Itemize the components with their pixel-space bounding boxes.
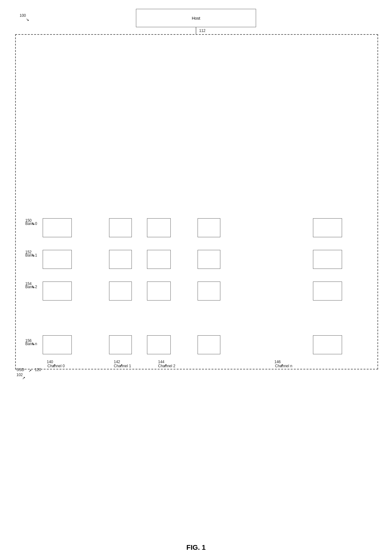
ref-120: 120 — [35, 368, 41, 372]
bank1-ch0 — [43, 250, 72, 269]
host-box: Host — [136, 9, 256, 27]
bank1-ch2 — [147, 250, 171, 269]
bank0-ch0 — [43, 218, 72, 237]
ch0-label: Channel 0 — [47, 364, 65, 368]
ref-156-lbl: 156 — [25, 338, 32, 343]
bank1-ch1 — [109, 250, 132, 269]
bank0-ch1 — [109, 218, 132, 237]
chn-label: Channel n — [275, 364, 292, 368]
figure-title: FIG. 1 — [0, 543, 392, 552]
bank0-ch2b — [198, 218, 220, 237]
bank2-ch2b — [198, 282, 220, 301]
diagram: . . . . . . . . . . : : : : : : . . . . … — [0, 0, 392, 558]
bank0-chn — [313, 218, 342, 237]
ref-154-lbl: 154 — [25, 282, 32, 286]
ref-112: 112 — [199, 28, 205, 33]
bank1-ch2b — [198, 250, 220, 269]
host-label: Host — [192, 16, 200, 21]
ref-100-arrow: ↘ — [26, 17, 29, 22]
bank2-ch0 — [43, 282, 72, 301]
ssd-label: SSD — [16, 368, 24, 372]
bankn-ch0 — [43, 335, 72, 354]
ref-150-inner: 150 — [25, 218, 32, 223]
ref-100-label: 100 — [20, 13, 26, 18]
bankn-ch2 — [147, 335, 171, 354]
ref-152-lbl: 152 — [25, 250, 32, 254]
bank0-ch2 — [147, 218, 171, 237]
bank2-chn — [313, 282, 342, 301]
bankn-ch2b — [198, 335, 220, 354]
bankn-ch1 — [109, 335, 132, 354]
ssd-outer-box — [15, 34, 378, 369]
bank2-ch2 — [147, 282, 171, 301]
bank1-chn — [313, 250, 342, 269]
bank2-ch1 — [109, 282, 132, 301]
bankn-chn — [313, 335, 342, 354]
